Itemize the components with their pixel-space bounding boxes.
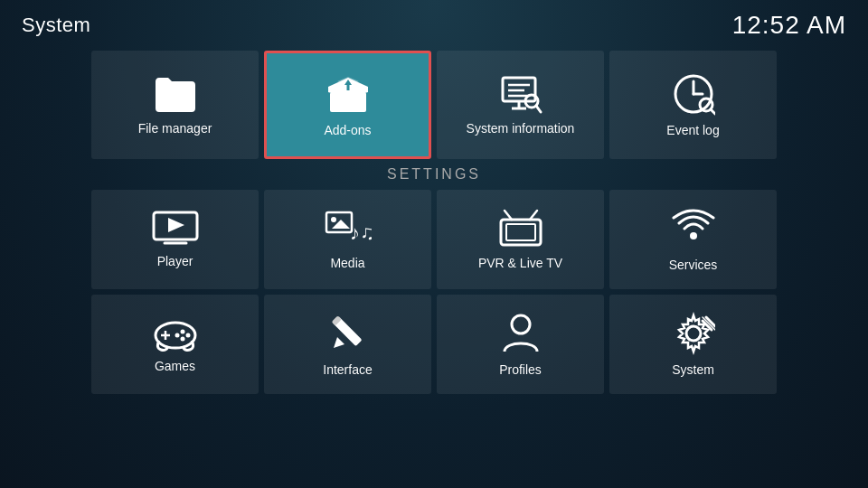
tile-player-label: Player <box>157 254 193 268</box>
profiles-icon <box>499 312 542 355</box>
tile-system-settings-label: System <box>672 362 714 377</box>
top-row: File manager Add-ons <box>0 51 868 159</box>
svg-point-31 <box>180 330 184 334</box>
tile-services[interactable]: Services <box>609 190 777 289</box>
settings-heading: Settings <box>0 166 868 183</box>
sysinfo-icon <box>497 74 544 114</box>
page-title: System <box>22 14 90 37</box>
svg-marker-16 <box>168 218 184 232</box>
svg-point-34 <box>175 333 179 338</box>
svg-point-33 <box>180 337 184 342</box>
tile-add-ons[interactable]: Add-ons <box>264 51 431 159</box>
settings-row-1: Player ♪♫ Media <box>0 190 868 289</box>
top-bar: System 12:52 AM <box>0 0 868 47</box>
tile-profiles[interactable]: Profiles <box>437 295 604 394</box>
games-icon <box>152 315 199 352</box>
tile-player[interactable]: Player <box>91 190 259 289</box>
services-icon <box>672 207 715 250</box>
svg-text:♪♫: ♪♫ <box>350 221 372 244</box>
svg-marker-36 <box>334 337 344 348</box>
svg-rect-24 <box>506 224 535 240</box>
clock: 12:52 AM <box>732 11 846 40</box>
tile-event-log[interactable]: Event log <box>609 51 777 159</box>
system-settings-icon <box>672 312 715 355</box>
tile-pvr-live-tv[interactable]: PVR & Live TV <box>437 190 604 289</box>
tile-system-information[interactable]: System information <box>437 51 604 159</box>
svg-line-14 <box>711 109 715 114</box>
interface-icon <box>326 312 370 355</box>
folder-icon <box>152 74 199 114</box>
media-icon: ♪♫ <box>325 209 372 249</box>
tile-system-information-label: System information <box>467 121 575 136</box>
pvr-icon <box>497 209 544 249</box>
tile-system-settings[interactable]: System <box>609 295 777 394</box>
settings-section: Settings Player <box>0 166 868 394</box>
tile-profiles-label: Profiles <box>499 362 542 377</box>
svg-point-20 <box>331 217 336 222</box>
tile-interface-label: Interface <box>323 362 372 377</box>
svg-point-38 <box>512 315 530 333</box>
tile-games[interactable]: Games <box>91 295 259 394</box>
player-icon <box>152 211 199 247</box>
svg-point-27 <box>690 232 697 239</box>
settings-row-2: Games Interface <box>0 295 868 394</box>
tile-media[interactable]: ♪♫ Media <box>264 190 431 289</box>
tile-file-manager[interactable]: File manager <box>91 51 259 159</box>
tile-event-log-label: Event log <box>666 123 719 137</box>
eventlog-icon <box>672 72 715 116</box>
tile-games-label: Games <box>155 359 195 373</box>
tile-add-ons-label: Add-ons <box>324 123 371 137</box>
tile-pvr-live-tv-label: PVR & Live TV <box>478 256 562 270</box>
tile-media-label: Media <box>330 256 364 270</box>
tile-file-manager-label: File manager <box>138 121 212 136</box>
main-page: System 12:52 AM File manager <box>0 0 868 488</box>
tile-services-label: Services <box>669 258 718 272</box>
addons-icon <box>325 72 372 116</box>
svg-point-32 <box>185 333 190 338</box>
svg-rect-1 <box>346 85 349 90</box>
svg-point-39 <box>686 326 701 341</box>
svg-line-9 <box>536 106 541 112</box>
tile-interface[interactable]: Interface <box>264 295 431 394</box>
